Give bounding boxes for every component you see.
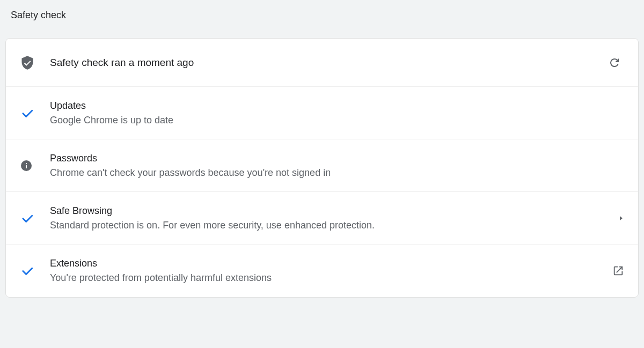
check-icon — [20, 263, 50, 278]
extensions-title: Extensions — [50, 258, 599, 269]
check-icon — [20, 106, 50, 121]
chevron-right-icon — [599, 215, 624, 221]
shield-check-icon — [20, 55, 50, 70]
safe-browsing-subtitle: Standard protection is on. For even more… — [50, 220, 599, 231]
updates-title: Updates — [50, 100, 599, 112]
svg-rect-1 — [26, 165, 27, 168]
safety-check-card: Safety check ran a moment ago Updates Go… — [5, 38, 639, 298]
extensions-row[interactable]: Extensions You're protected from potenti… — [6, 245, 638, 297]
passwords-subtitle: Chrome can't check your passwords becaus… — [50, 167, 599, 179]
updates-row: Updates Google Chrome is up to date — [6, 87, 638, 139]
check-icon — [20, 211, 50, 226]
safe-browsing-title: Safe Browsing — [50, 205, 599, 217]
rerun-safety-check-button[interactable] — [605, 53, 624, 72]
open-in-new-icon — [599, 265, 624, 277]
passwords-row: Passwords Chrome can't check your passwo… — [6, 139, 638, 192]
extensions-subtitle: You're protected from potentially harmfu… — [50, 272, 599, 284]
passwords-title: Passwords — [50, 153, 599, 164]
info-icon — [20, 159, 50, 172]
safe-browsing-row[interactable]: Safe Browsing Standard protection is on.… — [6, 192, 638, 245]
page-heading: Safety check — [0, 0, 644, 21]
safety-check-status-text: Safety check ran a moment ago — [50, 57, 599, 69]
svg-rect-2 — [26, 163, 27, 164]
safety-check-summary-row: Safety check ran a moment ago — [6, 39, 638, 87]
updates-subtitle: Google Chrome is up to date — [50, 115, 599, 126]
refresh-icon — [608, 56, 621, 69]
